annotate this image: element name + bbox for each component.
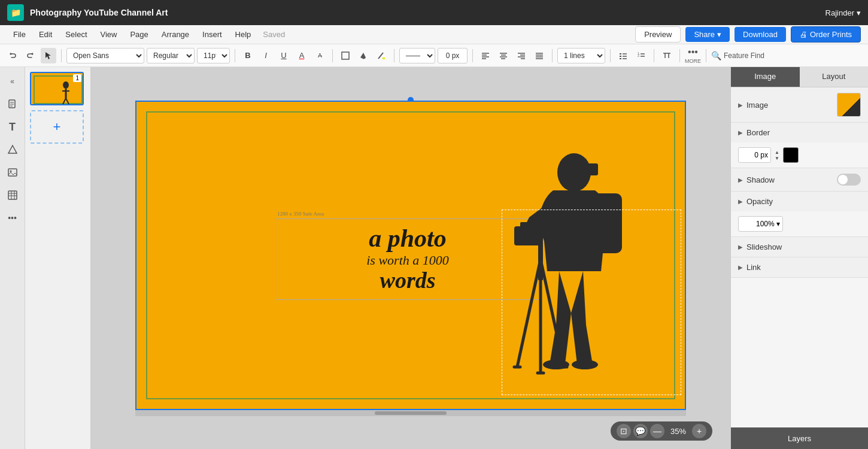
text-line-3[interactable]: words (380, 268, 436, 293)
toolbar-separator-2 (235, 49, 235, 62)
svg-point-55 (572, 360, 598, 369)
align-left-button[interactable] (478, 48, 493, 63)
user-name: Rajinder (825, 8, 854, 17)
menu-insert[interactable]: Insert (196, 28, 228, 41)
zoom-in-button[interactable]: + (692, 424, 706, 438)
image-section-label: Image (746, 101, 768, 110)
menu-help[interactable]: Help (229, 28, 257, 41)
more-panels-button[interactable]: ••• (3, 208, 22, 227)
comment-button[interactable]: 💬 (633, 424, 648, 438)
share-label: Share (694, 30, 715, 39)
right-panel: Image Layout ▶ Image ▶ Border ▲ ▼ (730, 67, 868, 449)
folder-icon[interactable]: 📁 (7, 4, 24, 21)
link-section-header[interactable]: ▶ Link (731, 257, 868, 277)
horizontal-scrollbar[interactable] (135, 410, 686, 416)
border-spinner[interactable]: ▲ ▼ (775, 150, 779, 161)
download-button[interactable]: Download (735, 27, 786, 42)
slideshow-section-label: Slideshow (746, 242, 782, 251)
align-center-button[interactable] (496, 48, 511, 63)
border-up-button[interactable]: ▲ (775, 150, 779, 155)
more-button[interactable]: ••• MORE (685, 47, 701, 64)
panel-section-opacity: ▶ Opacity (731, 192, 868, 237)
svg-rect-24 (620, 58, 621, 59)
line-style-select[interactable]: —— (399, 48, 435, 63)
border-style-button[interactable] (338, 48, 353, 63)
redo-button[interactable] (23, 48, 38, 63)
order-label: Order Prints (810, 30, 852, 39)
border-section-header[interactable]: ▶ Border (731, 123, 868, 142)
shapes-panel-button[interactable] (3, 140, 22, 159)
font-size-select[interactable]: 11pt (197, 48, 230, 63)
photographer-image[interactable] (481, 139, 649, 409)
underline-button[interactable]: U (276, 48, 292, 63)
border-color-swatch[interactable] (783, 147, 799, 163)
collapse-sidebar-button[interactable]: « (3, 72, 22, 91)
shadow-section-label: Shadow (746, 175, 775, 184)
slideshow-section-header[interactable]: ▶ Slideshow (731, 237, 868, 257)
undo-button[interactable] (5, 48, 20, 63)
toolbar-separator-5 (472, 49, 473, 62)
thumbnail-1[interactable]: 1 (30, 72, 84, 105)
shadow-toggle[interactable] (837, 174, 861, 186)
font-style-select[interactable]: Regular (147, 48, 195, 63)
spacing-input[interactable] (438, 48, 468, 63)
italic-button[interactable]: I (258, 48, 274, 63)
numbered-list-button[interactable]: 1.2. (633, 48, 649, 63)
scrollbar-thumb[interactable] (375, 411, 447, 415)
tab-image[interactable]: Image (731, 67, 800, 87)
saved-status: Saved (263, 30, 285, 39)
topbar: 📁 Photography YouTube Channel Art Rajind… (0, 0, 868, 25)
menu-file[interactable]: File (7, 28, 32, 41)
menu-view[interactable]: View (95, 28, 123, 41)
text-panel-button[interactable]: T (3, 117, 22, 136)
order-prints-button[interactable]: 🖨 Order Prints (791, 26, 861, 43)
menubar: File Edit Select View Page Arrange Inser… (0, 25, 868, 44)
text-line-2[interactable]: is worth a 1000 (366, 253, 449, 268)
text-format-button[interactable] (659, 48, 675, 63)
list-button[interactable] (615, 48, 631, 63)
tables-panel-button[interactable] (3, 186, 22, 205)
user-menu[interactable]: Rajinder ▾ (825, 8, 861, 17)
add-page-button[interactable]: + (30, 110, 84, 144)
cursor-tool-button[interactable] (41, 48, 56, 63)
line-color-button[interactable] (374, 48, 389, 63)
shadow-section-header[interactable]: ▶ Shadow (731, 168, 868, 191)
menu-edit[interactable]: Edit (33, 28, 58, 41)
menu-select[interactable]: Select (59, 28, 93, 41)
svg-text:2.: 2. (638, 54, 640, 57)
canvas[interactable]: 1280 x 350 Safe Area a photo is worth a … (135, 101, 686, 410)
border-down-button[interactable]: ▼ (775, 156, 779, 161)
border-value-input[interactable] (738, 147, 771, 163)
menu-page[interactable]: Page (124, 28, 154, 41)
text-line-1[interactable]: a photo (369, 224, 447, 252)
images-panel-button[interactable] (3, 163, 22, 182)
svg-rect-1 (342, 52, 349, 59)
opacity-value-input[interactable] (738, 216, 783, 232)
feature-find-button[interactable]: 🔍 Feature Find (711, 51, 764, 60)
font-family-select[interactable]: Open Sans (66, 48, 144, 63)
menu-arrange[interactable]: Arrange (156, 28, 195, 41)
preview-button[interactable]: Preview (635, 26, 681, 43)
font-color-button[interactable]: A (294, 48, 309, 63)
layers-bar[interactable]: Layers (731, 427, 868, 449)
thumbnail-number-1: 1 (73, 74, 81, 82)
align-right-button[interactable] (514, 48, 529, 63)
zoom-value: 35% (667, 427, 690, 436)
chevron-right-icon-3: ▶ (738, 177, 743, 183)
zoom-fit-button[interactable]: ⊡ (617, 424, 631, 438)
fill-color-button[interactable] (356, 48, 371, 63)
tab-layout[interactable]: Layout (800, 67, 869, 87)
bold-button[interactable]: B (240, 48, 256, 63)
canvas-wrapper: 1280 x 350 Safe Area a photo is worth a … (135, 101, 686, 416)
image-section-header[interactable]: ▶ Image (731, 87, 868, 122)
svg-point-44 (63, 81, 69, 89)
share-button[interactable]: Share ▾ (685, 27, 730, 42)
line-count-select[interactable]: 1 lines (557, 48, 605, 63)
strikethrough-button[interactable]: A̶ (312, 48, 327, 63)
canvas-area[interactable]: 1280 x 350 Safe Area a photo is worth a … (91, 67, 730, 449)
opacity-section-header[interactable]: ▶ Opacity (731, 192, 868, 211)
pages-panel-button[interactable] (3, 95, 22, 114)
toolbar-separator-8 (654, 49, 654, 62)
align-justify-button[interactable] (532, 48, 547, 63)
zoom-out-button[interactable]: — (650, 424, 664, 438)
